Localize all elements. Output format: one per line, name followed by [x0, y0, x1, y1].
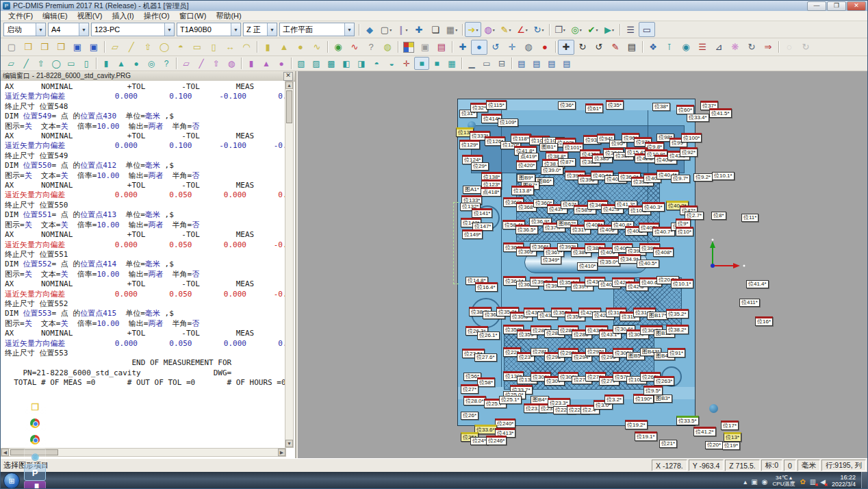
- menu-item-7[interactable]: 帮助(H): [211, 11, 246, 21]
- view-left-icon[interactable]: ▩: [324, 57, 339, 70]
- auto-cone-icon[interactable]: ▲: [114, 57, 129, 70]
- start-button[interactable]: ⊞: [3, 473, 20, 489]
- dimension-label[interactable]: 位115*: [486, 100, 507, 110]
- tray-expand-icon[interactable]: ▴: [743, 478, 747, 486]
- auto-plane-icon[interactable]: ⇧: [34, 57, 49, 70]
- dimension-label[interactable]: 位349*: [541, 256, 561, 264]
- feature-cube-icon[interactable]: ▢▾: [378, 22, 394, 37]
- dimension-label[interactable]: 位19.2*: [625, 420, 648, 429]
- save-as-icon[interactable]: ▣: [86, 40, 102, 55]
- move-machine-icon[interactable]: ✚: [411, 22, 427, 37]
- constr-circle-icon[interactable]: ◍: [224, 57, 239, 70]
- shaded-view-icon[interactable]: ●: [471, 40, 487, 55]
- constr-plane-icon[interactable]: ⇧: [209, 57, 224, 70]
- scroll-right-icon[interactable]: ▶: [278, 449, 285, 456]
- dimension-label[interactable]: 位39.0*: [541, 166, 563, 175]
- constr-cylinder-icon[interactable]: ▮: [244, 57, 259, 70]
- view-iso-icon[interactable]: ◒: [384, 57, 399, 70]
- axis-combo[interactable]: Z 正▼: [243, 23, 277, 36]
- dimension-label[interactable]: 位10.1*: [671, 279, 693, 288]
- dimension-label[interactable]: 位27.6*: [474, 353, 497, 362]
- view-front-icon[interactable]: ▧: [294, 57, 309, 70]
- dimension-label[interactable]: 位28.0*: [463, 396, 486, 405]
- taskbar-explorer-icon[interactable]: ❒: [24, 399, 46, 415]
- report-save-icon[interactable]: ▣: [417, 40, 433, 55]
- dimension-label[interactable]: 位33.4*: [687, 114, 709, 122]
- view-setup-icon[interactable]: [400, 40, 417, 55]
- taskbar-app-purple1-icon[interactable]: ▞: [24, 481, 46, 489]
- taskbar-browser-icon[interactable]: [24, 415, 46, 431]
- dimension-label[interactable]: 位141*: [472, 208, 492, 218]
- minimize-all-icon[interactable]: ▁: [464, 57, 479, 70]
- auto-cylinder-icon[interactable]: ▮: [99, 57, 114, 70]
- pointer-arrow-icon[interactable]: ➔▾: [465, 22, 481, 37]
- cone-icon[interactable]: ▲: [276, 40, 292, 55]
- tray-ime-icon[interactable]: ▣: [751, 478, 757, 486]
- cpu-temp-widget[interactable]: 34℃ ▴CPU温度: [773, 475, 795, 487]
- dimension-label[interactable]: 位38.2*: [666, 325, 689, 334]
- delete-file-icon[interactable]: ❒: [53, 40, 69, 55]
- dimension-label[interactable]: 位40.3*: [642, 202, 665, 212]
- dimension-label[interactable]: 位41.2*: [693, 427, 716, 436]
- dimension-label[interactable]: 位40.5*: [637, 260, 659, 268]
- startup-combo-dropdown-icon[interactable]: ▼: [36, 23, 45, 36]
- dimension-label[interactable]: 位26*: [461, 412, 478, 420]
- dimension-label[interactable]: 位61*: [585, 103, 603, 113]
- dimension-label[interactable]: 位411*: [739, 299, 760, 307]
- dimension-label[interactable]: 位3.2*: [604, 394, 624, 404]
- line-pencil-icon[interactable]: ✎▾: [498, 22, 514, 37]
- dimension-label[interactable]: 位41.5*: [709, 108, 732, 118]
- scan-path-icon[interactable]: ∿: [346, 40, 363, 55]
- probe-combo[interactable]: A4▼: [48, 23, 89, 36]
- probe-tip-icon[interactable]: ❙▾: [394, 22, 411, 37]
- auto-sphere-icon[interactable]: ●: [129, 57, 144, 70]
- menu-item-5[interactable]: 操作(O): [139, 11, 175, 21]
- show-desktop-button[interactable]: [861, 472, 867, 489]
- view-right-icon[interactable]: ◧: [339, 57, 354, 70]
- report-print-icon[interactable]: ⊟: [494, 57, 509, 70]
- view-bottom-icon[interactable]: ◓: [369, 57, 384, 70]
- dimension-label[interactable]: 位190*: [633, 394, 654, 403]
- dimension-label[interactable]: 位263*: [654, 376, 674, 386]
- axes-icon[interactable]: ⊿: [711, 40, 727, 55]
- cad-model-icon[interactable]: ❖: [645, 40, 661, 55]
- check-icon[interactable]: ✔▾: [585, 22, 601, 37]
- editor-vertical-scrollbar[interactable]: ▲ ▼: [285, 81, 294, 448]
- menu-item-4[interactable]: 插入(I): [107, 11, 138, 21]
- pages-icon[interactable]: ❐▾: [552, 22, 568, 37]
- save-icon[interactable]: ▣: [69, 40, 86, 55]
- dimension-label[interactable]: 位20*: [705, 441, 723, 449]
- auto-torus-icon[interactable]: ◎: [144, 57, 159, 70]
- dimension-label[interactable]: 位10*: [676, 227, 693, 236]
- square-slot-icon[interactable]: ▯: [205, 40, 222, 55]
- dimension-label[interactable]: 位129*: [459, 140, 480, 149]
- dimension-label[interactable]: 位27*: [461, 384, 478, 394]
- dimension-label[interactable]: 位408*: [653, 247, 674, 257]
- vscroll-thumb[interactable]: [286, 90, 292, 123]
- window-frame-icon[interactable]: ▭: [479, 57, 494, 70]
- render-sphere-icon[interactable]: ●: [537, 40, 553, 55]
- constr-cone-icon[interactable]: ▲: [259, 57, 274, 70]
- dimension-label[interactable]: 位9.5*: [643, 386, 663, 395]
- dimension-label[interactable]: 位17*: [721, 421, 739, 430]
- dimension-label[interactable]: 位13*: [724, 432, 741, 442]
- dimension-label[interactable]: 位38*: [652, 103, 670, 111]
- dimension-label[interactable]: 位10.1*: [712, 172, 735, 180]
- dimension-label[interactable]: 位16.4*: [475, 282, 498, 292]
- camera-icon[interactable]: ◉: [678, 40, 694, 55]
- open-file-icon[interactable]: ❒: [20, 40, 36, 55]
- report-window4-icon[interactable]: ▤: [559, 57, 574, 70]
- menu-item-3[interactable]: 视图(V): [73, 11, 107, 21]
- probe-pen-icon[interactable]: ✎: [607, 40, 624, 55]
- menu-item-2[interactable]: 编辑(E): [38, 11, 73, 21]
- dimension-label[interactable]: 图B3*: [654, 394, 672, 403]
- circle-feature-icon[interactable]: ◍▾: [481, 22, 498, 37]
- auto-line-icon[interactable]: ╱: [18, 57, 34, 70]
- grid-view-icon[interactable]: ▦: [444, 57, 459, 70]
- dimension-label[interactable]: 图A1*: [463, 186, 481, 194]
- scroll-down-icon[interactable]: ▼: [285, 440, 293, 447]
- tray-help-icon[interactable]: ◉: [762, 478, 768, 486]
- axis-combo-dropdown-icon[interactable]: ▼: [267, 23, 277, 36]
- dimension-label[interactable]: 位33.5*: [676, 416, 699, 425]
- dimension-label[interactable]: 位246*: [486, 436, 507, 445]
